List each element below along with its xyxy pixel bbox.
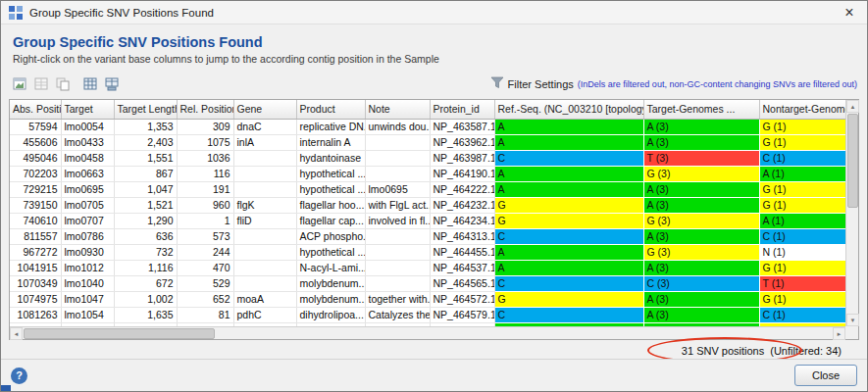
cell-protein[interactable]: NP_463962.1 [430,134,494,150]
cell-rel[interactable]: 652 [177,291,233,307]
cell-target-genomes[interactable]: G (3) [643,166,759,181]
cell-target-genomes[interactable]: A (3) [643,197,759,213]
cell-protein[interactable]: NP_464572.1 [430,291,494,307]
cell-gene[interactable] [233,244,296,260]
cell-rel[interactable]: 573 [177,228,233,244]
cell-product[interactable]: hypothetical ... [296,166,365,181]
cell-length[interactable]: 1,551 [114,150,177,166]
cell-target-genomes[interactable]: A (3) [643,119,759,134]
column-header[interactable]: Target-Genomes ... [643,100,759,119]
cell-abs[interactable]: 811557 [10,228,61,244]
cell-product[interactable]: ACP phospho... [296,228,365,244]
cell-nontarget-genomes[interactable]: A (1) [759,213,845,228]
cell-ref-seq[interactable]: A [494,119,643,134]
table-row[interactable]: 729215lmo06951,047191hypothetical ...lmo… [10,181,845,197]
cell-note[interactable]: Catalyzes the... [365,307,430,322]
cell-rel[interactable]: 470 [177,260,233,275]
cell-protein[interactable]: NP_464222.1 [430,181,494,197]
vertical-scrollbar[interactable]: ▲ ▼ [845,100,858,326]
cell-nontarget-genomes[interactable]: A (1) [759,166,845,181]
cell-target[interactable]: lmo0786 [61,228,114,244]
cell-product[interactable]: molybdenum... [296,275,365,291]
cell-target[interactable]: lmo0433 [61,134,114,150]
cell-gene[interactable] [233,275,296,291]
cell-ref-seq[interactable]: G [494,197,643,213]
cell-nontarget-genomes[interactable]: G (1) [759,119,845,134]
cell-gene[interactable] [233,181,296,197]
cell-note[interactable]: together with... [365,291,430,307]
cell-abs[interactable]: 729215 [10,181,61,197]
cell-nontarget-genomes[interactable]: C (1) [759,228,845,244]
scroll-down-icon[interactable]: ▼ [846,314,859,326]
cell-nontarget-genomes[interactable]: G (1) [759,291,845,307]
cell-note[interactable]: involved in fl... [365,213,430,228]
cell-abs[interactable]: 455606 [10,134,61,150]
cell-length[interactable]: 672 [114,275,177,291]
cell-note[interactable] [365,150,430,166]
cell-protein[interactable]: NP_464234.1 [430,213,494,228]
cell-ref-seq[interactable]: A [494,244,643,260]
cell-length[interactable]: 1,116 [114,260,177,275]
cell-note[interactable]: lmo0695 [365,181,430,197]
cell-abs[interactable]: 739150 [10,197,61,213]
cell-target-genomes[interactable]: A (3) [643,260,759,275]
cell-abs[interactable]: 1041915 [10,260,61,275]
column-header[interactable]: Gene [233,100,296,119]
cell-target[interactable]: lmo0705 [61,197,114,213]
table-row[interactable]: 811557lmo0786636573ACP phospho...NP_4643… [10,228,845,244]
column-header[interactable]: Abs. Position [10,100,61,119]
cell-target[interactable]: lmo1040 [61,275,114,291]
cell-length[interactable]: 1,002 [114,291,177,307]
table-row[interactable]: 1081263lmo10541,63581pdhCdihydrolipoa...… [10,307,845,322]
cell-target-genomes[interactable]: C (3) [643,275,759,291]
cell-abs[interactable]: 1074975 [10,291,61,307]
scroll-up-icon[interactable]: ▲ [846,100,859,113]
cell-gene[interactable]: dnaC [233,119,296,134]
cell-abs[interactable]: 57594 [10,119,61,134]
cell-rel[interactable]: 1036 [177,150,233,166]
cell-abs[interactable]: 1070349 [10,275,61,291]
export-image-icon[interactable] [11,75,29,93]
window-close-icon[interactable]: × [840,5,859,21]
cell-product[interactable]: replicative DN... [296,119,365,134]
cell-note[interactable] [365,134,430,150]
cell-target[interactable]: lmo1054 [61,307,114,322]
cell-rel[interactable]: 960 [177,197,233,213]
cell-rel[interactable]: 81 [177,307,233,322]
cell-gene[interactable] [233,260,296,275]
cell-nontarget-genomes[interactable]: T (1) [759,275,845,291]
cell-length[interactable]: 1,521 [114,197,177,213]
cell-note[interactable] [365,260,430,275]
cell-rel[interactable]: 1075 [177,134,233,150]
cell-protein[interactable]: NP_464313.1 [430,228,494,244]
scroll-left-icon[interactable]: ◄ [10,327,23,340]
vertical-scroll-thumb[interactable] [847,114,858,208]
cell-product[interactable]: N-acyl-L-ami... [296,260,365,275]
column-header[interactable]: Product [296,100,365,119]
cell-protein[interactable]: NP_464565.1 [430,275,494,291]
cell-gene[interactable] [233,166,296,181]
cell-product[interactable]: flagellar hoo... [296,197,365,213]
column-header[interactable]: Ref.-Seq. (NC_003210 [topology=circul... [494,100,643,119]
cell-product[interactable]: flagellar cap... [296,213,365,228]
cell-nontarget-genomes[interactable]: N (1) [759,244,845,260]
cell-target[interactable]: lmo0707 [61,213,114,228]
cell-rel[interactable]: 116 [177,166,233,181]
cell-rel[interactable]: 529 [177,275,233,291]
cell-length[interactable]: 2,403 [114,134,177,150]
column-header[interactable]: Protein_id [430,100,494,119]
table-row[interactable]: 1074975lmo10471,002652moaAmolybdenum...t… [10,291,845,307]
scroll-right-icon[interactable]: ► [833,327,845,340]
table-row[interactable]: 739150lmo07051,521960flgKflagellar hoo..… [10,197,845,213]
cell-protein[interactable]: NP_464455.1 [430,244,494,260]
cell-target[interactable]: lmo1012 [61,260,114,275]
cell-rel[interactable]: 309 [177,119,233,134]
horizontal-scroll-thumb[interactable] [24,328,215,339]
cell-note[interactable]: unwinds dou... [365,119,430,134]
cell-abs[interactable]: 1081263 [10,307,61,322]
cell-protein[interactable]: NP_464232.1 [430,197,494,213]
cell-rel[interactable]: 1 [177,213,233,228]
cell-length[interactable]: 1,635 [114,307,177,322]
cell-length[interactable]: 1,290 [114,213,177,228]
cell-target-genomes[interactable]: A (3) [643,134,759,150]
